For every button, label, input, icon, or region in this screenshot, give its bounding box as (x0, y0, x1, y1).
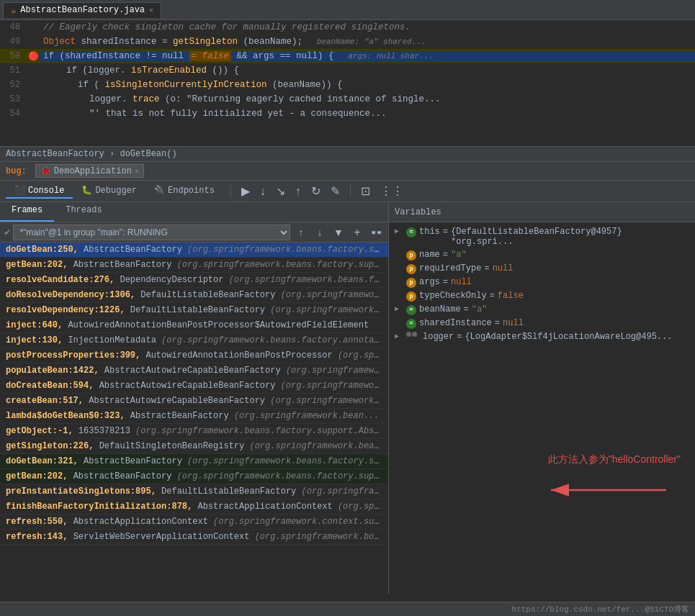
code-line-50: 50 🔴 if (sharedInstance != null = false … (0, 49, 695, 63)
step-out-btn[interactable]: ↑ (292, 184, 304, 199)
expand-icon[interactable]: ▶ (395, 227, 403, 235)
frame-item-0[interactable]: doGetBean:250, AbstractBeanFactory (org.… (0, 243, 388, 258)
expand-icon[interactable]: ▶ (395, 304, 403, 313)
var-type-icon: = (406, 305, 416, 315)
code-editor: 48 // Eagerly check singleton cache for … (0, 20, 695, 146)
var-type-icon: p (406, 291, 416, 302)
var-requiredtype[interactable]: p requiredType = null (389, 262, 695, 276)
tab-debugger[interactable]: 🐛 Debugger (73, 184, 145, 199)
add-btn[interactable]: + (349, 225, 365, 240)
frames-threads-tabs: Frames Threads (0, 202, 388, 222)
editor-tabs: ☕ AbstractBeanFactory.java ✕ (0, 0, 695, 20)
debug-app-name: DemoApplication (54, 166, 132, 176)
var-sharedinstance[interactable]: = sharedInstance = null (389, 317, 695, 330)
var-this[interactable]: ▶ = this = {DefaultListableBeanFactory@4… (389, 225, 695, 248)
status-url: https://blog.csdn.net/fer...@51CTO博客 (512, 604, 689, 615)
var-type-icon: p (406, 264, 416, 274)
frame-item-10[interactable]: createBean:517, AbstractAutowireCapableB… (0, 394, 388, 409)
frame-item-15[interactable]: getBean:202, AbstractBeanFactory (org.sp… (0, 469, 388, 484)
variables-panel: Variables ▶ = this = {DefaultListableBea… (389, 202, 695, 594)
glasses-btn[interactable]: 👓 (368, 225, 384, 240)
frame-item-4[interactable]: resolveDependency:1226, DefaultListableB… (0, 303, 388, 318)
move-down-btn[interactable]: ↓ (312, 225, 328, 240)
variables-header: Variables (389, 202, 695, 222)
var-logger[interactable]: ▶ logger = {LogAdapter$Slf4jLocationAwar… (389, 330, 695, 343)
frame-item-3[interactable]: doResolveDependency:1306, DefaultListabl… (0, 288, 388, 303)
thread-select[interactable]: *"main"@1 in group "main": RUNNING (13, 225, 290, 240)
frame-item-9[interactable]: doCreateBean:594, AbstractAutowireCapabl… (0, 379, 388, 394)
debug-app-tab[interactable]: 🐞 DemoApplication ✕ (35, 164, 144, 178)
frame-item-16[interactable]: preInstantiateSingletons:895, DefaultLis… (0, 484, 388, 499)
debug-title-label: bug: (6, 166, 27, 176)
frame-item-5[interactable]: inject:640, AutowiredAnnotationBeanPostP… (0, 318, 388, 333)
frame-item-17[interactable]: finishBeanFactoryInitialization:878, Abs… (0, 499, 388, 515)
filter-btn[interactable]: ▼ (331, 225, 346, 240)
editor-tab-abstractbeanfactory[interactable]: ☕ AbstractBeanFactory.java ✕ (3, 2, 161, 18)
toolbar-separator (230, 185, 231, 198)
tab-console[interactable]: ⬛ Console (6, 184, 73, 199)
code-line-51: 51 if (logger. isTraceEnabled ()) { (0, 63, 695, 78)
frames-list: doGetBean:250, AbstractBeanFactory (org.… (0, 243, 388, 594)
var-args[interactable]: p args = null (389, 276, 695, 289)
var-beanname[interactable]: ▶ = beanName = "a" (389, 303, 695, 317)
frame-item-14[interactable]: doGetBean:321, AbstractBeanFactory (org.… (0, 454, 388, 469)
annotation-container: 此方法入参为"helloController" (537, 453, 681, 508)
close-icon[interactable]: ✕ (149, 6, 153, 14)
var-typecheckonly[interactable]: p typeCheckOnly = false (389, 289, 695, 303)
mute-breakpoints-btn[interactable]: ⊡ (358, 183, 373, 199)
code-line-52: 52 if ( isSingletonCurrentlyInCreation (… (0, 78, 695, 92)
tab-threads[interactable]: Threads (54, 202, 113, 222)
frames-toolbar: ✔ *"main"@1 in group "main": RUNNING ↑ ↓… (0, 222, 388, 243)
annotation-arrow-svg (537, 472, 681, 508)
endpoints-icon: 🔌 (154, 185, 165, 196)
move-up-btn[interactable]: ↑ (293, 225, 309, 240)
frame-item-6[interactable]: inject:130, InjectionMetadata (org.sprin… (0, 333, 388, 348)
frame-item-13[interactable]: getSingleton:226, DefaultSingletonBeanRe… (0, 439, 388, 454)
evaluate-btn[interactable]: ✎ (328, 183, 343, 199)
code-line-49: 49 Object sharedInstance = getSingleton … (0, 35, 695, 49)
code-line-54: 54 "' that is not fully initialized yet … (0, 107, 695, 121)
var-type-icon: = (406, 319, 416, 329)
variables-list: ▶ = this = {DefaultListableBeanFactory@4… (389, 222, 695, 594)
settings-btn[interactable]: ⋮⋮ (377, 183, 406, 199)
step-into-btn[interactable]: ↘ (273, 183, 288, 199)
frame-item-12[interactable]: getObject:-1, 1635378213 (org.springfram… (0, 424, 388, 439)
annotation-text: 此方法入参为"helloController" (548, 453, 681, 466)
breakpoint-icon: 🔴 (28, 51, 39, 62)
frame-item-2[interactable]: resolveCandidate:276, DependencyDescript… (0, 273, 388, 288)
debug-toolbar: ⬛ Console 🐛 Debugger 🔌 Endpoints ▶ ↓ ↘ ↑… (0, 181, 695, 202)
editor-tab-label: AbstractBeanFactory.java (20, 5, 145, 15)
debug-header: bug: 🐞 DemoApplication ✕ (0, 162, 695, 181)
resume-btn[interactable]: ▶ (238, 183, 253, 199)
frame-item-1[interactable]: getBean:202, AbstractBeanFactory (org.sp… (0, 258, 388, 273)
frames-panel: Frames Threads ✔ *"main"@1 in group "mai… (0, 202, 389, 594)
frame-item-19[interactable]: refresh:143, ServletWebServerApplication… (0, 530, 388, 545)
var-name[interactable]: p name = "a" (389, 248, 695, 262)
code-line-48: 48 // Eagerly check singleton cache for … (0, 20, 695, 35)
var-type-icon: = (406, 227, 416, 237)
code-line-53: 53 logger. trace (o: "Returning eagerly … (0, 92, 695, 107)
tab-frames[interactable]: Frames (0, 202, 54, 222)
frame-item-18[interactable]: refresh:550, AbstractApplicationContext … (0, 515, 388, 530)
close-icon[interactable]: ✕ (135, 167, 139, 176)
var-type-icon: p (406, 278, 416, 288)
debug-main-panel: Frames Threads ✔ *"main"@1 in group "mai… (0, 202, 695, 594)
variables-title: Variables (395, 207, 441, 217)
app-icon: 🐞 (40, 166, 51, 176)
frame-item-11[interactable]: lambda$doGetBean$0:323, AbstractBeanFact… (0, 409, 388, 424)
run-to-cursor-btn[interactable]: ↻ (308, 183, 323, 199)
expand-icon[interactable]: ▶ (395, 332, 403, 340)
frame-item-7[interactable]: postProcessProperties:399, AutowiredAnno… (0, 348, 388, 363)
debug-tab-bar: ⬛ Console 🐛 Debugger 🔌 Endpoints (6, 184, 223, 199)
step-over-btn[interactable]: ↓ (257, 184, 269, 199)
console-icon: ⬛ (14, 185, 25, 196)
status-bar: https://blog.csdn.net/fer...@51CTO博客 (0, 602, 695, 616)
debugger-icon: 🐛 (81, 185, 92, 196)
java-file-icon: ☕ (11, 5, 16, 16)
var-type-icon: p (406, 250, 416, 261)
breadcrumb: AbstractBeanFactory › doGetBean() (0, 146, 695, 162)
var-oo-icon (406, 332, 417, 337)
toolbar-separator-2 (350, 185, 351, 198)
tab-endpoints[interactable]: 🔌 Endpoints (145, 184, 223, 199)
frame-item-8[interactable]: populateBean:1422, AbstractAutowireCapab… (0, 363, 388, 379)
